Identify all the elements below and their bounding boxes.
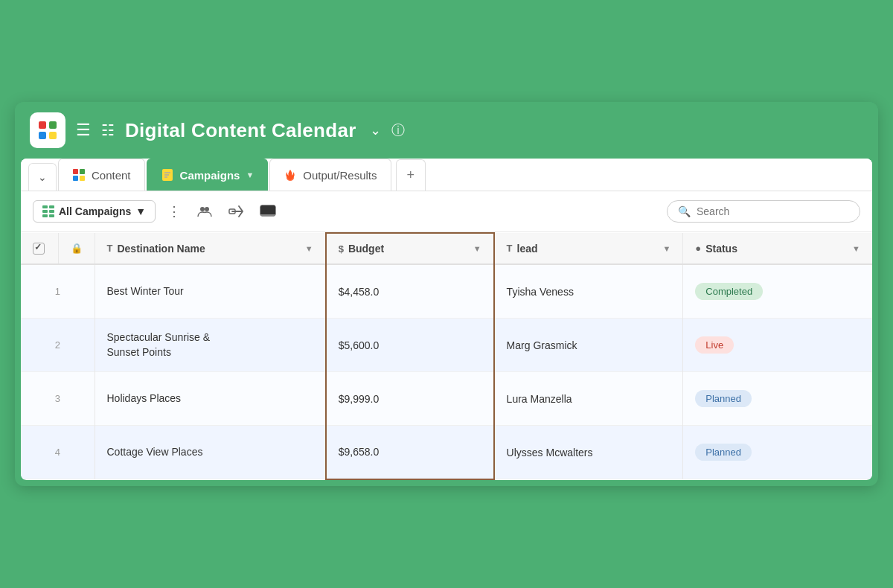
budget-sort-icon[interactable]: ▼ — [473, 244, 481, 253]
list-view-icon[interactable]: ☷ — [101, 121, 115, 139]
row-number: 4 — [21, 426, 95, 479]
status-badge: Planned — [695, 444, 752, 461]
tab-campaigns[interactable]: Campaigns ▼ — [147, 159, 269, 191]
table-header-row: 🔒 T Destination Name ▼ — [21, 233, 872, 264]
row-number: 3 — [21, 372, 95, 426]
search-input[interactable] — [697, 205, 849, 217]
svg-point-13 — [200, 207, 205, 211]
search-icon: 🔍 — [678, 205, 691, 217]
svg-rect-3 — [49, 132, 57, 139]
cell-status: Completed — [683, 264, 872, 318]
cell-lead: Marg Grasmick — [494, 318, 683, 371]
title-dropdown-icon[interactable]: ⌄ — [370, 122, 381, 138]
svg-rect-7 — [80, 176, 85, 181]
users-icon-button[interactable] — [193, 199, 217, 223]
col-header-status[interactable]: ● Status ▼ — [683, 233, 872, 264]
view-label: All Campaigns — [59, 205, 131, 217]
main-content: ⌄ Content — [21, 159, 872, 479]
tab-content[interactable]: Content — [58, 159, 145, 191]
app-title: Digital Content Calendar — [125, 119, 356, 142]
output-tab-label: Output/Results — [303, 169, 377, 182]
row-number: 1 — [21, 264, 95, 318]
grid-view-icon — [42, 205, 54, 217]
view-dropdown-arrow: ▼ — [135, 205, 146, 217]
col-header-lock: 🔒 — [58, 233, 95, 264]
status-sort-icon[interactable]: ▼ — [852, 244, 860, 253]
svg-rect-4 — [73, 169, 78, 174]
row-number: 2 — [21, 318, 95, 371]
output-tab-icon — [284, 168, 297, 182]
tabs-bar: ⌄ Content — [21, 159, 872, 191]
tab-output[interactable]: Output/Results — [269, 159, 391, 191]
app-logo — [30, 112, 65, 148]
svg-rect-17 — [260, 214, 275, 216]
campaigns-tab-label: Campaigns — [180, 169, 240, 182]
status-badge: Completed — [695, 283, 763, 300]
table-row: 2Spectacular Sunrise & Sunset Points$5,6… — [21, 318, 872, 371]
data-table: 🔒 T Destination Name ▼ — [21, 232, 872, 479]
campaigns-tab-icon — [161, 168, 174, 182]
cell-status: Planned — [683, 372, 872, 426]
hamburger-icon[interactable]: ☰ — [76, 121, 91, 140]
cell-destination[interactable]: Holidays Places — [95, 372, 326, 426]
more-options-button[interactable]: ⋮ — [163, 199, 185, 224]
destination-type-icon: T — [107, 243, 113, 254]
svg-point-14 — [205, 207, 209, 211]
cell-lead: Lura Manzella — [494, 372, 683, 426]
cell-status: Planned — [683, 426, 872, 479]
status-type-icon: ● — [695, 243, 701, 254]
app-container: ☰ ☷ Digital Content Calendar ⌄ ⓘ ⌄ Cont — [15, 102, 878, 485]
col-lead-label: lead — [517, 243, 538, 255]
cell-destination[interactable]: Best Winter Tour — [95, 264, 326, 318]
cell-destination[interactable]: Cottage View Places — [95, 426, 326, 479]
tab-collapse[interactable]: ⌄ — [28, 163, 57, 191]
search-box[interactable]: 🔍 — [667, 200, 860, 223]
select-all-checkbox[interactable] — [33, 243, 45, 255]
campaigns-tab-arrow[interactable]: ▼ — [246, 170, 254, 179]
col-status-label: Status — [705, 243, 737, 255]
col-header-budget[interactable]: $ Budget ▼ — [326, 233, 494, 264]
tab-add-button[interactable]: + — [396, 159, 426, 191]
info-icon[interactable]: ⓘ — [391, 121, 405, 139]
svg-rect-6 — [73, 176, 78, 181]
cell-status: Live — [683, 318, 872, 371]
col-header-rownum — [21, 233, 58, 264]
cell-budget[interactable]: $4,458.0 — [326, 264, 494, 318]
svg-rect-2 — [39, 132, 46, 139]
table-row: 3Holidays Places$9,999.0Lura ManzellaPla… — [21, 372, 872, 426]
status-badge: Planned — [695, 390, 752, 407]
content-tab-icon — [72, 168, 86, 182]
table-row: 4Cottage View Places$9,658.0Ulysses Mcwa… — [21, 426, 872, 479]
cell-lead: Ulysses Mcwalters — [494, 426, 683, 479]
svg-rect-5 — [80, 169, 85, 174]
toolbar-left: All Campaigns ▼ ⋮ — [33, 199, 659, 224]
lead-type-icon: T — [507, 243, 513, 254]
svg-rect-0 — [39, 121, 46, 129]
cell-budget[interactable]: $9,658.0 — [326, 426, 494, 479]
budget-type-icon: $ — [339, 243, 344, 255]
share-icon-button[interactable] — [224, 199, 248, 223]
status-badge: Live — [695, 336, 734, 354]
svg-rect-1 — [49, 121, 57, 129]
col-header-lead[interactable]: T lead ▼ — [494, 233, 683, 264]
cell-destination[interactable]: Spectacular Sunrise & Sunset Points — [95, 318, 326, 371]
cell-budget[interactable]: $5,600.0 — [326, 318, 494, 371]
cell-budget[interactable]: $9,999.0 — [326, 372, 494, 426]
toolbar: All Campaigns ▼ ⋮ — [21, 191, 872, 232]
col-header-destination[interactable]: T Destination Name ▼ — [95, 233, 326, 264]
top-bar: ☰ ☷ Digital Content Calendar ⌄ ⓘ — [15, 102, 878, 159]
lead-sort-icon[interactable]: ▼ — [662, 244, 670, 253]
view-selector-button[interactable]: All Campaigns ▼ — [33, 200, 156, 223]
destination-sort-icon[interactable]: ▼ — [305, 244, 313, 253]
cell-lead: Tyisha Veness — [494, 264, 683, 318]
save-view-button[interactable] — [255, 200, 281, 223]
content-tab-label: Content — [92, 169, 131, 182]
lock-icon: 🔒 — [71, 243, 83, 254]
table-row: 1Best Winter Tour$4,458.0Tyisha VenessCo… — [21, 264, 872, 318]
col-budget-label: Budget — [348, 243, 384, 255]
svg-rect-16 — [260, 205, 275, 216]
col-destination-label: Destination Name — [117, 243, 205, 255]
